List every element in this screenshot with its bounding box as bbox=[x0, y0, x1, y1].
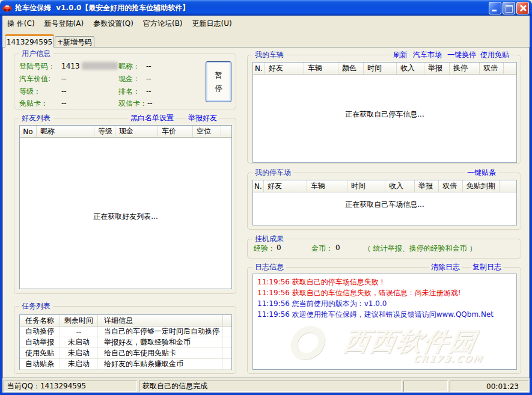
log-entry: 11:19:56 获取自己的车位信息失败，错误信息：尚未注册游戏! bbox=[257, 288, 461, 298]
menu-changelog[interactable]: 更新日志(U) bbox=[188, 17, 237, 31]
app-window: 抢车位保姆 v1.0.0【最安全好用的抢车位辅助软件】 操 作(C) 新号登陆(… bbox=[0, 0, 532, 395]
link-one-key-repark[interactable]: 一键换停 bbox=[445, 51, 478, 60]
friends-loading-text: 正在获取好友列表... bbox=[20, 212, 231, 222]
label-car-value: 汽车价值: bbox=[19, 74, 57, 84]
status-bar: 当前QQ：1413294595 获取自己的信息完成 00:01:23 bbox=[2, 379, 530, 393]
link-car-market[interactable]: 汽车市场 bbox=[411, 51, 444, 60]
col-n[interactable]: N. bbox=[253, 63, 265, 74]
col-task-name[interactable]: 任务名称 bbox=[20, 315, 60, 326]
col-empty-slots[interactable]: 空位 bbox=[193, 126, 221, 137]
task-row[interactable]: 使用免贴 未启动 给自己的车使用免贴卡 bbox=[20, 348, 231, 359]
col-remaining-time[interactable]: 剩余时间 bbox=[60, 315, 98, 326]
status-qq: 当前QQ：1413294595 bbox=[4, 381, 137, 392]
log-entry: 11:19:56 您当前使用的版本为：v1.0.0 bbox=[257, 299, 387, 309]
log-box[interactable]: 11:19:56 获取自己的停车场信息失败！ 11:19:56 获取自己的车位信… bbox=[252, 274, 517, 370]
group-title-my-cars: 我的车辆 bbox=[252, 51, 286, 60]
col-double[interactable]: 双倍 bbox=[439, 180, 463, 192]
minimize-button[interactable] bbox=[489, 2, 501, 14]
col-vehicle[interactable]: 车辆 bbox=[307, 180, 347, 192]
pause-button[interactable]: 暂 停 bbox=[206, 61, 231, 102]
value-login-number: 1413 bbox=[61, 62, 118, 70]
tab-account[interactable]: 1413294595 bbox=[5, 34, 54, 47]
col-income[interactable]: 收入 bbox=[385, 180, 415, 192]
my-cars-table[interactable]: N. 好友 车辆 颜色 时间 收入 举报 换停 双倍 正在获取自己停车信息... bbox=[252, 62, 517, 163]
col-cash[interactable]: 现金 bbox=[115, 126, 158, 137]
close-button[interactable] bbox=[516, 2, 529, 14]
log-entry: 11:19:56 获取自己的停车场信息失败！ bbox=[257, 277, 386, 287]
col-income[interactable]: 收入 bbox=[397, 63, 424, 74]
my-lot-table[interactable]: N. 好友 车辆 时间 收入 举报 双倍 免贴到期 正在获取自己车场信息... bbox=[252, 180, 517, 225]
maximize-button[interactable] bbox=[503, 2, 515, 14]
col-car-value[interactable]: 车价 bbox=[158, 126, 193, 137]
tasks-table-header: 任务名称 剩余时间 详细信息 bbox=[20, 315, 231, 326]
log-entry: 11:19:56 欢迎使用抢车位保姆，建议和错误反馈请访问www.QQbm.Ne… bbox=[257, 310, 494, 320]
group-friends: 好友列表 黑白名单设置 举报好友 No 昵称 等级 现金 车价 空位 正在获取好… bbox=[14, 118, 236, 294]
group-results: 挂机成果 经验： 0 金币： 0 （ 统计举报、换停的经验和金币 ） bbox=[247, 239, 521, 259]
label-exp: 经验： bbox=[254, 243, 275, 254]
col-details[interactable]: 详细信息 bbox=[98, 315, 223, 326]
watermark-circle-icon bbox=[288, 326, 328, 360]
menu-bar: 操 作(C) 新号登陆(A) 参数设置(Q) 官方论坛(B) 更新日志(U) bbox=[2, 16, 530, 32]
col-color[interactable]: 颜色 bbox=[338, 63, 364, 74]
watermark-logo: 西西软件园 CR173.COM bbox=[287, 325, 511, 368]
tab-add-account[interactable]: +新增号码 bbox=[55, 36, 94, 47]
window-frame: 操 作(C) 新号登陆(A) 参数设置(Q) 官方论坛(B) 更新日志(U) 1… bbox=[0, 16, 532, 395]
link-use-free-card[interactable]: 使用免贴 bbox=[478, 51, 511, 60]
title-bar: 抢车位保姆 v1.0.0【最安全好用的抢车位辅助软件】 bbox=[0, 0, 532, 16]
tasks-table[interactable]: 任务名称 剩余时间 详细信息 自动换停 -- 当自己的车停够一定时间后自动换停 … bbox=[19, 314, 232, 370]
group-title-results: 挂机成果 bbox=[252, 234, 286, 243]
col-repark[interactable]: 换停 bbox=[450, 63, 480, 74]
col-vehicle[interactable]: 车辆 bbox=[304, 63, 338, 74]
label-gold: 金币： bbox=[311, 243, 333, 254]
col-report[interactable]: 举报 bbox=[415, 180, 439, 192]
group-title-tasks: 任务列表 bbox=[19, 302, 53, 311]
my-cars-loading-text: 正在获取自己停车信息... bbox=[253, 109, 516, 120]
col-friend[interactable]: 好友 bbox=[265, 63, 304, 74]
col-no[interactable]: No bbox=[20, 126, 37, 137]
menu-settings[interactable]: 参数设置(Q) bbox=[88, 17, 138, 31]
task-row[interactable]: 自动贴条 未启动 给好友的车贴条赚取金币 bbox=[20, 359, 231, 370]
value-double-card: -- bbox=[147, 99, 153, 108]
menu-forum[interactable]: 官方论坛(B) bbox=[138, 17, 188, 31]
group-title-logs: 日志信息 bbox=[252, 263, 286, 272]
results-note: （ 统计举报、换停的经验和金币 ） bbox=[364, 243, 477, 254]
status-message: 获取自己的信息完成 bbox=[139, 381, 402, 392]
group-logs: 日志信息 清除日志 复制日志 11:19:56 获取自己的停车场信息失败！ 11… bbox=[247, 267, 521, 374]
group-title-user-info: 用户信息 bbox=[19, 49, 53, 58]
label-free-card: 免贴卡： bbox=[19, 99, 57, 109]
link-refresh[interactable]: 刷新 bbox=[391, 51, 409, 60]
window-title: 抢车位保姆 v1.0.0【最安全好用的抢车位辅助软件】 bbox=[15, 3, 488, 13]
menu-operation[interactable]: 操 作(C) bbox=[2, 17, 40, 31]
group-title-friends: 好友列表 bbox=[19, 114, 53, 123]
label-login-number: 登陆号码： bbox=[19, 61, 57, 72]
app-icon bbox=[2, 3, 12, 13]
col-time[interactable]: 时间 bbox=[347, 180, 385, 192]
status-empty bbox=[403, 381, 448, 392]
col-free-expire[interactable]: 免贴到期 bbox=[463, 180, 500, 192]
col-double[interactable]: 双倍 bbox=[480, 63, 504, 74]
col-nickname[interactable]: 昵称 bbox=[37, 126, 94, 137]
value-exp: 0 bbox=[277, 243, 281, 252]
label-cash: 现金： bbox=[118, 74, 146, 84]
value-car-value: -- bbox=[61, 75, 67, 83]
group-my-cars: 我的车辆 刷新 汽车市场 一键换停 使用免贴 N. 好友 车辆 颜色 时间 收入 bbox=[247, 55, 521, 164]
link-one-key-ticket[interactable]: 一键贴条 bbox=[465, 168, 498, 177]
col-friend[interactable]: 好友 bbox=[264, 180, 307, 192]
col-report[interactable]: 举报 bbox=[424, 63, 450, 74]
link-copy-log[interactable]: 复制日志 bbox=[471, 263, 503, 272]
menu-new-login[interactable]: 新号登陆(A) bbox=[40, 17, 89, 31]
task-row[interactable]: 自动换停 -- 当自己的车停够一定时间后自动换停 bbox=[20, 326, 231, 337]
my-lot-table-header: N. 好友 车辆 时间 收入 举报 双倍 免贴到期 bbox=[253, 180, 516, 192]
my-lot-loading-text: 正在获取自己车场信息... bbox=[253, 200, 516, 210]
friends-table[interactable]: No 昵称 等级 现金 车价 空位 正在获取好友列表... bbox=[19, 125, 232, 289]
label-level: 等级： bbox=[19, 87, 57, 97]
col-n[interactable]: N. bbox=[253, 180, 264, 192]
my-cars-table-header: N. 好友 车辆 颜色 时间 收入 举报 换停 双倍 bbox=[253, 63, 516, 75]
col-time[interactable]: 时间 bbox=[364, 63, 397, 74]
label-nickname: 昵称： bbox=[118, 61, 146, 72]
task-row[interactable]: 自动举报 未启动 举报好友，赚取经验和金币 bbox=[20, 337, 231, 348]
link-clear-log[interactable]: 清除日志 bbox=[429, 263, 462, 272]
link-blacklist-settings[interactable]: 黑白名单设置 bbox=[129, 114, 176, 123]
col-level[interactable]: 等级 bbox=[94, 126, 115, 137]
link-report-friends[interactable]: 举报好友 bbox=[186, 114, 219, 123]
